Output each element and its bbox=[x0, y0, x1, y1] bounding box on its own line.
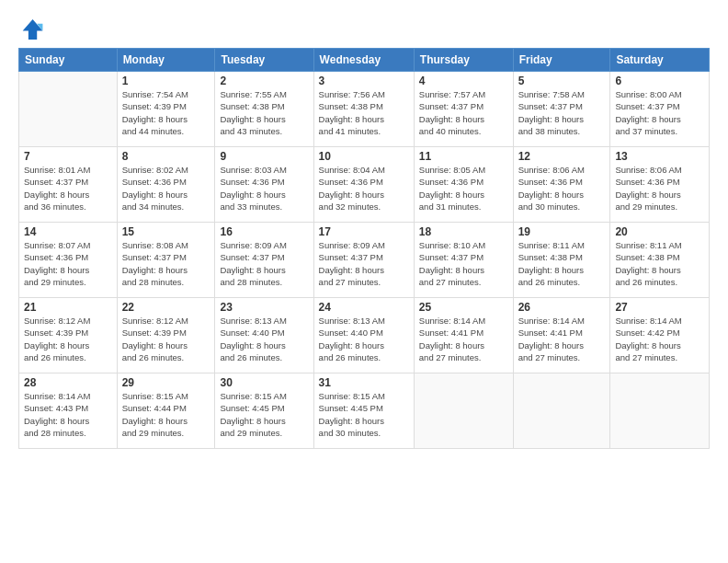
page: SundayMondayTuesdayWednesdayThursdayFrid… bbox=[0, 0, 728, 563]
calendar-week-3: 21Sunrise: 8:12 AMSunset: 4:39 PMDayligh… bbox=[19, 298, 710, 373]
day-info: Sunrise: 8:00 AMSunset: 4:37 PMDaylight:… bbox=[615, 88, 704, 137]
day-number: 2 bbox=[220, 75, 308, 87]
day-info: Sunrise: 8:06 AMSunset: 4:36 PMDaylight:… bbox=[615, 164, 704, 213]
day-number: 1 bbox=[122, 75, 210, 87]
day-number: 30 bbox=[220, 376, 308, 389]
day-number: 21 bbox=[24, 301, 112, 314]
calendar-cell: 16Sunrise: 8:09 AMSunset: 4:37 PMDayligh… bbox=[215, 223, 313, 298]
day-info: Sunrise: 8:13 AMSunset: 4:40 PMDaylight:… bbox=[319, 315, 409, 363]
day-number: 28 bbox=[24, 376, 112, 389]
calendar-cell: 6Sunrise: 8:00 AMSunset: 4:37 PMDaylight… bbox=[610, 72, 710, 147]
calendar-cell: 7Sunrise: 8:01 AMSunset: 4:37 PMDaylight… bbox=[19, 147, 118, 223]
calendar-cell: 4Sunrise: 7:57 AMSunset: 4:37 PMDaylight… bbox=[414, 72, 513, 147]
day-number: 22 bbox=[122, 301, 210, 314]
day-info: Sunrise: 8:01 AMSunset: 4:37 PMDaylight:… bbox=[24, 164, 112, 213]
day-info: Sunrise: 8:14 AMSunset: 4:42 PMDaylight:… bbox=[615, 315, 704, 363]
day-info: Sunrise: 8:05 AMSunset: 4:36 PMDaylight:… bbox=[419, 164, 508, 213]
day-info: Sunrise: 8:02 AMSunset: 4:36 PMDaylight:… bbox=[122, 164, 210, 213]
svg-marker-0 bbox=[23, 19, 43, 40]
calendar-header-thursday: Thursday bbox=[414, 49, 513, 72]
calendar-cell: 3Sunrise: 7:56 AMSunset: 4:38 PMDaylight… bbox=[313, 72, 414, 147]
day-info: Sunrise: 8:10 AMSunset: 4:37 PMDaylight:… bbox=[419, 239, 508, 288]
calendar-week-2: 14Sunrise: 8:07 AMSunset: 4:36 PMDayligh… bbox=[19, 223, 710, 298]
calendar-header-tuesday: Tuesday bbox=[215, 49, 313, 72]
calendar-cell: 27Sunrise: 8:14 AMSunset: 4:42 PMDayligh… bbox=[610, 298, 710, 373]
day-number: 7 bbox=[24, 150, 112, 163]
day-number: 17 bbox=[319, 225, 409, 238]
day-number: 18 bbox=[419, 225, 508, 238]
calendar-header-friday: Friday bbox=[513, 49, 610, 72]
header bbox=[18, 17, 710, 42]
calendar-cell: 22Sunrise: 8:12 AMSunset: 4:39 PMDayligh… bbox=[117, 298, 215, 373]
day-info: Sunrise: 8:09 AMSunset: 4:37 PMDaylight:… bbox=[220, 239, 308, 288]
day-number: 12 bbox=[518, 150, 606, 163]
calendar-cell: 29Sunrise: 8:15 AMSunset: 4:44 PMDayligh… bbox=[117, 373, 215, 449]
day-info: Sunrise: 8:15 AMSunset: 4:44 PMDaylight:… bbox=[122, 390, 210, 439]
calendar-cell: 21Sunrise: 8:12 AMSunset: 4:39 PMDayligh… bbox=[19, 298, 118, 373]
day-info: Sunrise: 8:06 AMSunset: 4:36 PMDaylight:… bbox=[518, 164, 606, 213]
day-number: 6 bbox=[615, 75, 704, 87]
calendar-cell bbox=[513, 373, 610, 449]
calendar-cell: 2Sunrise: 7:55 AMSunset: 4:38 PMDaylight… bbox=[215, 72, 313, 147]
day-info: Sunrise: 8:03 AMSunset: 4:36 PMDaylight:… bbox=[220, 164, 308, 213]
calendar-cell: 31Sunrise: 8:15 AMSunset: 4:45 PMDayligh… bbox=[313, 373, 414, 449]
calendar-header-saturday: Saturday bbox=[610, 49, 710, 72]
calendar-cell bbox=[19, 72, 118, 147]
day-number: 19 bbox=[518, 225, 606, 238]
day-number: 26 bbox=[518, 301, 606, 314]
calendar-cell: 26Sunrise: 8:14 AMSunset: 4:41 PMDayligh… bbox=[513, 298, 610, 373]
day-info: Sunrise: 7:57 AMSunset: 4:37 PMDaylight:… bbox=[419, 88, 508, 137]
day-info: Sunrise: 8:11 AMSunset: 4:38 PMDaylight:… bbox=[615, 239, 704, 288]
day-info: Sunrise: 8:08 AMSunset: 4:37 PMDaylight:… bbox=[122, 239, 210, 288]
day-info: Sunrise: 8:07 AMSunset: 4:36 PMDaylight:… bbox=[24, 239, 112, 288]
calendar-header-sunday: Sunday bbox=[19, 49, 118, 72]
calendar-header-monday: Monday bbox=[117, 49, 215, 72]
day-number: 25 bbox=[419, 301, 508, 314]
calendar-cell: 24Sunrise: 8:13 AMSunset: 4:40 PMDayligh… bbox=[313, 298, 414, 373]
day-number: 10 bbox=[319, 150, 409, 163]
day-info: Sunrise: 8:14 AMSunset: 4:41 PMDaylight:… bbox=[518, 315, 606, 363]
calendar-cell: 23Sunrise: 8:13 AMSunset: 4:40 PMDayligh… bbox=[215, 298, 313, 373]
day-number: 15 bbox=[122, 225, 210, 238]
calendar-cell bbox=[414, 373, 513, 449]
day-info: Sunrise: 7:56 AMSunset: 4:38 PMDaylight:… bbox=[319, 88, 409, 137]
calendar-header-row: SundayMondayTuesdayWednesdayThursdayFrid… bbox=[19, 49, 710, 72]
day-number: 24 bbox=[319, 301, 409, 314]
calendar-cell: 10Sunrise: 8:04 AMSunset: 4:36 PMDayligh… bbox=[313, 147, 414, 223]
day-info: Sunrise: 8:09 AMSunset: 4:37 PMDaylight:… bbox=[319, 239, 409, 288]
day-info: Sunrise: 8:14 AMSunset: 4:41 PMDaylight:… bbox=[419, 315, 508, 363]
calendar-cell: 9Sunrise: 8:03 AMSunset: 4:36 PMDaylight… bbox=[215, 147, 313, 223]
day-number: 5 bbox=[518, 75, 606, 87]
day-info: Sunrise: 7:55 AMSunset: 4:38 PMDaylight:… bbox=[220, 88, 308, 137]
day-number: 8 bbox=[122, 150, 210, 163]
day-number: 14 bbox=[24, 225, 112, 238]
day-info: Sunrise: 8:11 AMSunset: 4:38 PMDaylight:… bbox=[518, 239, 606, 288]
day-info: Sunrise: 8:12 AMSunset: 4:39 PMDaylight:… bbox=[24, 315, 112, 363]
day-number: 11 bbox=[419, 150, 508, 163]
day-number: 4 bbox=[419, 75, 508, 87]
day-info: Sunrise: 8:13 AMSunset: 4:40 PMDaylight:… bbox=[220, 315, 308, 363]
calendar-cell: 5Sunrise: 7:58 AMSunset: 4:37 PMDaylight… bbox=[513, 72, 610, 147]
logo bbox=[18, 17, 48, 42]
calendar-cell: 1Sunrise: 7:54 AMSunset: 4:39 PMDaylight… bbox=[117, 72, 215, 147]
calendar-cell: 28Sunrise: 8:14 AMSunset: 4:43 PMDayligh… bbox=[19, 373, 118, 449]
calendar-cell: 12Sunrise: 8:06 AMSunset: 4:36 PMDayligh… bbox=[513, 147, 610, 223]
calendar-cell: 18Sunrise: 8:10 AMSunset: 4:37 PMDayligh… bbox=[414, 223, 513, 298]
day-info: Sunrise: 8:14 AMSunset: 4:43 PMDaylight:… bbox=[24, 390, 112, 439]
day-info: Sunrise: 7:58 AMSunset: 4:37 PMDaylight:… bbox=[518, 88, 606, 137]
day-number: 9 bbox=[220, 150, 308, 163]
day-number: 29 bbox=[122, 376, 210, 389]
day-info: Sunrise: 8:15 AMSunset: 4:45 PMDaylight:… bbox=[319, 390, 409, 439]
calendar-cell: 13Sunrise: 8:06 AMSunset: 4:36 PMDayligh… bbox=[610, 147, 710, 223]
day-number: 13 bbox=[615, 150, 704, 163]
calendar-cell: 20Sunrise: 8:11 AMSunset: 4:38 PMDayligh… bbox=[610, 223, 710, 298]
day-number: 3 bbox=[319, 75, 409, 87]
calendar-cell: 8Sunrise: 8:02 AMSunset: 4:36 PMDaylight… bbox=[117, 147, 215, 223]
calendar-cell: 14Sunrise: 8:07 AMSunset: 4:36 PMDayligh… bbox=[19, 223, 118, 298]
calendar-cell: 17Sunrise: 8:09 AMSunset: 4:37 PMDayligh… bbox=[313, 223, 414, 298]
calendar-week-1: 7Sunrise: 8:01 AMSunset: 4:37 PMDaylight… bbox=[19, 147, 710, 223]
calendar-cell: 30Sunrise: 8:15 AMSunset: 4:45 PMDayligh… bbox=[215, 373, 313, 449]
calendar-cell: 25Sunrise: 8:14 AMSunset: 4:41 PMDayligh… bbox=[414, 298, 513, 373]
calendar-week-4: 28Sunrise: 8:14 AMSunset: 4:43 PMDayligh… bbox=[19, 373, 710, 449]
calendar-cell: 11Sunrise: 8:05 AMSunset: 4:36 PMDayligh… bbox=[414, 147, 513, 223]
